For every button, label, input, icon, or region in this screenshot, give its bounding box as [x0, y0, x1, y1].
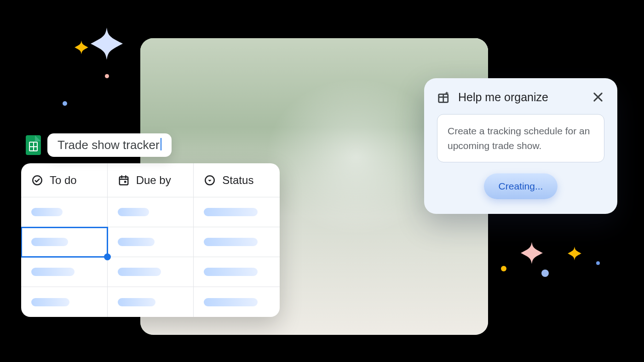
document-title-text: Trade show tracker [58, 138, 160, 152]
dot-icon [105, 74, 109, 78]
cell[interactable] [21, 197, 108, 227]
cell[interactable] [108, 287, 194, 317]
cell[interactable] [21, 287, 108, 317]
cell[interactable] [108, 197, 194, 227]
status-icon [204, 174, 216, 186]
sparkle-icon [521, 242, 543, 266]
table-header-row: To do Due by Status [21, 163, 280, 197]
sparkle-icon [568, 247, 581, 262]
column-label: To do [50, 174, 77, 187]
cell[interactable] [108, 257, 194, 287]
close-icon [592, 91, 604, 103]
cell-selected[interactable] [21, 227, 108, 257]
table-sparkle-icon [437, 90, 451, 104]
tracker-table[interactable]: To do Due by Status [21, 163, 280, 317]
placeholder-pill [31, 208, 63, 216]
cell[interactable] [21, 257, 108, 287]
placeholder-pill [204, 298, 258, 306]
document-title[interactable]: Trade show tracker [47, 133, 172, 157]
table-row [21, 227, 280, 257]
column-header-status[interactable]: Status [194, 163, 280, 197]
svg-rect-1 [119, 177, 127, 184]
dot-icon [541, 270, 549, 277]
placeholder-pill [31, 298, 69, 306]
dot-icon [501, 266, 506, 271]
column-label: Due by [136, 174, 171, 187]
panel-title: Help me organize [458, 91, 584, 104]
creating-button[interactable]: Creating... [484, 173, 558, 199]
sparkle-icon [91, 28, 123, 62]
table-row [21, 257, 280, 287]
placeholder-pill [204, 238, 258, 246]
dot-icon [63, 101, 67, 106]
table-row [21, 287, 280, 317]
placeholder-pill [204, 268, 258, 276]
placeholder-pill [118, 298, 156, 306]
svg-rect-2 [124, 181, 126, 183]
prompt-input[interactable]: Create a tracking schedule for an upcomi… [437, 114, 604, 162]
sparkle-icon [75, 40, 88, 56]
placeholder-pill [31, 238, 68, 246]
sheets-app-icon [26, 135, 41, 155]
placeholder-pill [204, 208, 258, 216]
placeholder-pill [118, 238, 155, 246]
column-label: Status [222, 174, 253, 187]
table-row [21, 197, 280, 227]
placeholder-pill [118, 208, 149, 216]
cell[interactable] [194, 257, 280, 287]
cell[interactable] [108, 227, 194, 257]
column-header-dueby[interactable]: Due by [108, 163, 194, 197]
cell[interactable] [194, 197, 280, 227]
sheets-card: Trade show tracker To do Due by Status [21, 133, 280, 317]
text-caret [161, 138, 161, 150]
help-me-organize-panel: Help me organize Create a tracking sched… [424, 78, 617, 214]
calendar-icon [118, 174, 130, 186]
placeholder-pill [31, 268, 75, 276]
dot-icon [596, 261, 600, 265]
cell[interactable] [194, 287, 280, 317]
column-header-todo[interactable]: To do [21, 163, 108, 197]
placeholder-pill [118, 268, 161, 276]
check-circle-icon [31, 174, 43, 186]
cell[interactable] [194, 227, 280, 257]
close-button[interactable] [592, 91, 604, 103]
prompt-text: Create a tracking schedule for an upcomi… [448, 126, 590, 151]
